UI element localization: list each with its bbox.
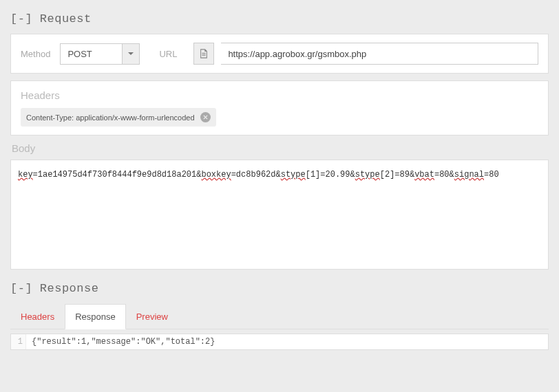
method-select[interactable] xyxy=(60,43,140,65)
method-label: Method xyxy=(21,49,50,59)
body-key: signal xyxy=(454,170,484,179)
document-icon[interactable] xyxy=(193,43,214,65)
close-icon[interactable] xyxy=(200,112,211,122)
body-title: Body xyxy=(12,142,549,154)
body-text: =80& xyxy=(434,170,454,179)
request-title: Request xyxy=(40,12,92,25)
tab-headers[interactable]: Headers xyxy=(10,304,65,329)
request-method-panel: Method URL xyxy=(10,34,549,74)
response-section-title: [-] Response xyxy=(10,282,549,295)
tab-response[interactable]: Response xyxy=(65,304,126,329)
body-key: stype xyxy=(355,170,380,179)
body-textarea[interactable]: key=1ae14975d4f730f8444f9e9d8d18a201&box… xyxy=(10,160,549,270)
body-key: stype xyxy=(281,170,306,179)
body-text: =80 xyxy=(484,170,499,179)
body-text: [1]=20.99& xyxy=(306,170,355,179)
chevron-down-icon[interactable] xyxy=(122,43,140,65)
body-text: =dc8b962d& xyxy=(231,170,281,179)
headers-title: Headers xyxy=(21,89,538,101)
response-code-panel: 1 {"result":1,"message":"OK","total":2} xyxy=(10,334,549,350)
collapse-toggle[interactable]: [-] xyxy=(10,282,32,295)
body-key: vbat xyxy=(414,170,434,179)
header-chip-text: Content-Type: application/x-www-form-url… xyxy=(26,113,195,122)
method-input[interactable] xyxy=(60,43,122,65)
body-text: [2]=89& xyxy=(380,170,414,179)
body-text: =1ae14975d4f730f8444f9e9d8d18a201& xyxy=(33,170,202,179)
body-key: boxkey xyxy=(201,170,231,179)
line-number: 1 xyxy=(11,334,26,349)
response-title: Response xyxy=(40,282,99,295)
response-tabs: HeadersResponsePreview xyxy=(10,303,549,329)
body-key: key xyxy=(18,170,33,179)
request-section-title: [-] Request xyxy=(10,12,549,25)
response-code[interactable]: {"result":1,"message":"OK","total":2} xyxy=(26,334,220,349)
headers-panel: Headers Content-Type: application/x-www-… xyxy=(10,80,549,135)
url-label: URL xyxy=(159,49,177,59)
header-chip[interactable]: Content-Type: application/x-www-form-url… xyxy=(21,108,216,127)
collapse-toggle[interactable]: [-] xyxy=(10,12,32,25)
tab-preview[interactable]: Preview xyxy=(126,304,178,329)
url-input[interactable] xyxy=(221,43,538,65)
